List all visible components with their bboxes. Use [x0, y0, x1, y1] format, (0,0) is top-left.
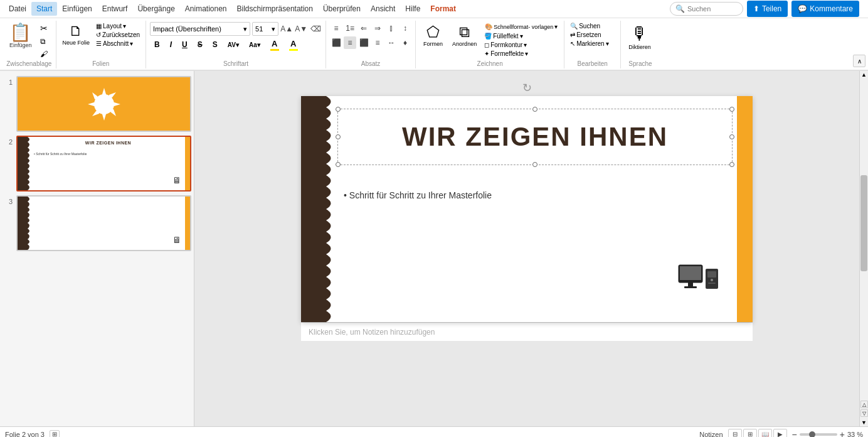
font-size-selector[interactable]: 51 ▾: [252, 22, 278, 36]
zoom-out-button[interactable]: −: [792, 429, 797, 438]
menu-ansicht[interactable]: Ansicht: [366, 2, 400, 16]
formkontur-button[interactable]: ◻ Formkontur ▾: [482, 41, 560, 49]
underline-button[interactable]: U: [177, 38, 192, 51]
scroll-up-button[interactable]: ▲: [860, 71, 868, 78]
share-button[interactable]: ⬆ Teilen: [747, 1, 788, 17]
bullets-button[interactable]: ≡: [330, 22, 342, 35]
font-size-decrease-button[interactable]: A▼: [295, 23, 307, 35]
main-slide-canvas[interactable]: WIR ZEIGEN IHNEN • Schritt für Schritt z…: [301, 96, 753, 322]
zuruecksetzen-button[interactable]: ↺ Zurücksetzen: [94, 31, 142, 39]
text-direction-button[interactable]: ↔: [385, 36, 398, 49]
numbered-button[interactable]: 1≡: [344, 22, 356, 35]
slideshow-button[interactable]: ▶: [773, 429, 787, 438]
schnellformat-button[interactable]: 🎨 Schnellformat- vorlagen ▾: [482, 22, 560, 31]
spacing-button[interactable]: AV▾: [223, 38, 243, 51]
menu-format[interactable]: Format: [425, 2, 461, 16]
char-case-button[interactable]: Aa▾: [245, 38, 265, 51]
align-right-button[interactable]: ⬛: [357, 36, 370, 49]
slide-item-3[interactable]: 3 🖥: [3, 195, 191, 251]
suchen-button[interactable]: 🔍 Suchen: [568, 22, 617, 30]
slide-thumb-2[interactable]: WIR ZEIGEN IHNEN • Schritt für Schritt z…: [16, 136, 191, 192]
diktieren-button[interactable]: 🎙 Diktieren: [625, 22, 655, 51]
menu-animationen[interactable]: Animationen: [180, 2, 232, 16]
slide-item-1[interactable]: 1: [3, 76, 191, 132]
search-box[interactable]: 🔍: [670, 2, 743, 16]
scroll-thumb[interactable]: [860, 175, 867, 272]
fuelleeffekt-button[interactable]: 🪣 Fülleffekt ▾: [482, 32, 560, 40]
title-text-box[interactable]: WIR ZEIGEN IHNEN: [337, 109, 733, 165]
line-space-button[interactable]: ↕: [399, 22, 411, 35]
align-left-button[interactable]: ⬛: [330, 36, 342, 49]
decrease-indent-button[interactable]: ⇐: [357, 22, 370, 35]
bold-button[interactable]: B: [150, 38, 164, 51]
ersetzen-button[interactable]: ⇄ Ersetzen: [568, 31, 617, 39]
slide-thumb-1[interactable]: [16, 76, 191, 132]
formen-button[interactable]: ⬠ Formen: [420, 22, 447, 48]
cut-button[interactable]: ✂: [38, 22, 51, 35]
handle-tl[interactable]: [336, 107, 341, 112]
font-color-button[interactable]: A: [266, 38, 283, 51]
editing-area[interactable]: ↻: [194, 71, 859, 426]
handle-bl[interactable]: [336, 162, 341, 167]
normal-view-button[interactable]: ⊟: [728, 429, 742, 438]
zoom-slider[interactable]: [800, 433, 837, 436]
abschnitt-button[interactable]: ☰ Abschnitt ▾: [94, 40, 142, 48]
justify-button[interactable]: ≡: [371, 36, 384, 49]
menu-start[interactable]: Start: [31, 2, 57, 16]
diktieren-icon: 🎙: [631, 23, 648, 44]
handle-tr[interactable]: [729, 107, 734, 112]
anordnen-icon: ⧉: [459, 23, 470, 41]
increase-indent-button[interactable]: ⇒: [371, 22, 384, 35]
handle-bm[interactable]: [532, 162, 537, 167]
layout-button[interactable]: ▦ Layout ▾: [94, 22, 142, 30]
menu-datei[interactable]: Datei: [4, 2, 31, 16]
menu-hilfe[interactable]: Hilfe: [400, 2, 425, 16]
italic-button[interactable]: I: [166, 38, 176, 51]
font-size-increase-button[interactable]: A▲: [280, 23, 293, 35]
align-center-button[interactable]: ≡: [344, 36, 356, 49]
handle-br[interactable]: [729, 162, 734, 167]
top-right-actions: 🔍 ⬆ Teilen 💬 Kommentare: [670, 1, 864, 17]
handle-tm[interactable]: [532, 107, 537, 112]
menu-einfuegen[interactable]: Einfügen: [57, 2, 97, 16]
smart-art-button[interactable]: ♦: [399, 36, 411, 49]
font-selector[interactable]: Impact (Überschriften) ▾: [150, 22, 250, 36]
formeffekte-button[interactable]: ✦ Formeffekte ▾: [482, 50, 560, 58]
reading-view-button[interactable]: 📖: [758, 429, 772, 438]
next-slide-button[interactable]: ▽: [860, 409, 868, 417]
share-icon: ⬆: [753, 4, 760, 13]
handle-ml[interactable]: [336, 134, 341, 139]
slide-thumb-3[interactable]: 🖥: [16, 195, 191, 251]
ribbon-collapse-button[interactable]: ∧: [853, 55, 865, 67]
anordnen-button[interactable]: ⧉ Anordnen: [448, 22, 480, 48]
strikethrough-button[interactable]: S: [193, 38, 207, 51]
notes-area[interactable]: Klicken Sie, um Notizen hinzuzufügen: [301, 322, 753, 341]
menu-uebergaenge[interactable]: Übergänge: [132, 2, 179, 16]
format-copy-button[interactable]: 🖌: [38, 48, 51, 60]
slide-sorter-button[interactable]: ⊞: [743, 429, 757, 438]
slide-count-toggle[interactable]: ⊞: [50, 430, 60, 437]
scroll-down-button[interactable]: ▼: [860, 419, 868, 426]
cols-button[interactable]: ⫿: [385, 22, 398, 35]
neue-folie-button[interactable]: 🗋 Neue Folie: [60, 22, 93, 47]
rotate-handle[interactable]: ↻: [522, 81, 532, 95]
search-input[interactable]: [687, 5, 738, 13]
clear-format-button[interactable]: ⌫: [309, 23, 322, 35]
menu-praesentation[interactable]: Bildschirmpräsentation: [232, 2, 318, 16]
markieren-button[interactable]: ↖ Markieren ▾: [568, 40, 617, 48]
einfuegen-button[interactable]: 📋 Einfügen: [5, 22, 36, 50]
right-scrollbar[interactable]: ▲ △ ▽ ▼: [859, 71, 868, 426]
group-absatz: ≡ 1≡ ⇐ ⇒ ⫿ ↕ ⬛ ≡ ⬛ ≡ ↔ ♦ Absatz: [326, 21, 416, 68]
copy-button[interactable]: ⧉: [38, 36, 51, 47]
slide-item-2[interactable]: 2 WIR ZEIGEN IHNEN • Schritt für Schritt…: [3, 136, 191, 192]
formkontur-icon: ◻: [484, 41, 489, 48]
highlight-color-button[interactable]: A: [285, 38, 302, 51]
handle-mr[interactable]: [729, 134, 734, 139]
comments-button[interactable]: 💬 Kommentare: [791, 1, 859, 17]
shadow-button[interactable]: S: [208, 38, 222, 51]
menu-entwurf[interactable]: Entwurf: [97, 2, 133, 16]
zoom-in-button[interactable]: +: [840, 429, 845, 438]
prev-slide-button[interactable]: △: [860, 401, 868, 408]
notes-status[interactable]: Notizen: [699, 431, 722, 438]
menu-ueberpruefen[interactable]: Überprüfen: [318, 2, 366, 16]
